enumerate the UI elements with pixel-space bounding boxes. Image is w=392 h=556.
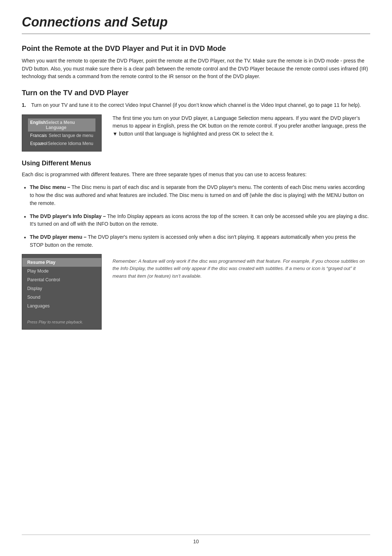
dvd-menu-row-languages: Languages: [22, 302, 101, 310]
menu-item-francais: Francais Select langue de menu: [28, 132, 95, 140]
section-point-remote: Point the Remote at the DVD Player and P…: [22, 44, 370, 81]
step1: 1. Turn on your TV and tune it to the co…: [22, 101, 370, 109]
italic-note: Remember: A feature will only work if th…: [113, 258, 370, 279]
menu-label-espanol: Espaæol: [30, 141, 47, 146]
dvd-menu-row-parental: Parental Control: [22, 275, 101, 284]
menus-bullet-list: The Disc menu – The Disc menu is part of…: [22, 184, 370, 249]
page-number: 10: [193, 539, 199, 544]
bullet1-bold: The Disc menu –: [30, 184, 70, 190]
bullet-info-display: The DVD player's Info Display – The Info…: [22, 213, 370, 228]
menu-value-english: Select a Menu Language: [46, 120, 93, 130]
page-footer: 10: [22, 535, 370, 544]
dvd-menu-row-display: Display: [22, 284, 101, 293]
step1-text: Turn on your TV and tune it to the corre…: [31, 101, 361, 109]
language-menu-screenshot: English Select a Menu Language Francais …: [22, 114, 102, 152]
section-using-menus: Using Different Menus Each disc is progr…: [22, 160, 370, 330]
dvd-menu-footer: Press Play to resume playback.: [22, 318, 101, 326]
step1-num: 1.: [22, 101, 28, 109]
menu-value-espanol: Selecione Idioma Menu: [48, 141, 93, 146]
menu-item-english: English Select a Menu Language: [28, 118, 95, 132]
bullet2-bold: The DVD player's Info Display –: [30, 213, 106, 219]
section2-heading: Turn on the TV and DVD Player: [22, 89, 370, 97]
dvd-menu-screenshot-area: Resume Play Play Mode Parental Control D…: [22, 254, 102, 330]
section1-body: When you want the remote to operate the …: [22, 57, 370, 81]
dvd-menu-screenshot: Resume Play Play Mode Parental Control D…: [22, 254, 102, 330]
page-wrapper: Connections and Setup Point the Remote a…: [0, 0, 392, 556]
section1-heading: Point the Remote at the DVD Player and P…: [22, 44, 370, 53]
dvd-menu-layout: Resume Play Play Mode Parental Control D…: [22, 254, 370, 330]
section-turn-on: Turn on the TV and DVD Player 1. Turn on…: [22, 89, 370, 152]
menu-value-francais: Select langue de menu: [49, 133, 93, 138]
italic-note-area: Remember: A feature will only work if th…: [113, 254, 370, 285]
bullet-disc-menu: The Disc menu – The Disc menu is part of…: [22, 184, 370, 207]
page-title: Connections and Setup: [22, 15, 370, 34]
dvd-menu-row-playmode: Play Mode: [22, 267, 101, 275]
section3-heading: Using Different Menus: [22, 160, 370, 167]
bullet3-bold: The DVD player menu –: [30, 234, 86, 240]
step2-text: The first time you turn on your DVD play…: [113, 114, 370, 138]
step2-layout: English Select a Menu Language Francais …: [22, 114, 370, 152]
dvd-menu-row-resume: Resume Play: [22, 258, 101, 267]
menu-label-english: English: [30, 120, 46, 130]
menu-label-francais: Francais: [30, 133, 47, 138]
menu-item-espanol: Espaæol Selecione Idioma Menu: [28, 140, 95, 148]
step2-screenshot-area: English Select a Menu Language Francais …: [22, 114, 102, 152]
steps-list: 1. Turn on your TV and tune it to the co…: [22, 101, 370, 109]
step2-text-area: The first time you turn on your DVD play…: [113, 114, 370, 143]
dvd-menu-row-sound: Sound: [22, 293, 101, 302]
bullet-dvd-menu: The DVD player menu – The DVD player's m…: [22, 233, 370, 249]
section3-intro: Each disc is programmed with different f…: [22, 171, 370, 179]
